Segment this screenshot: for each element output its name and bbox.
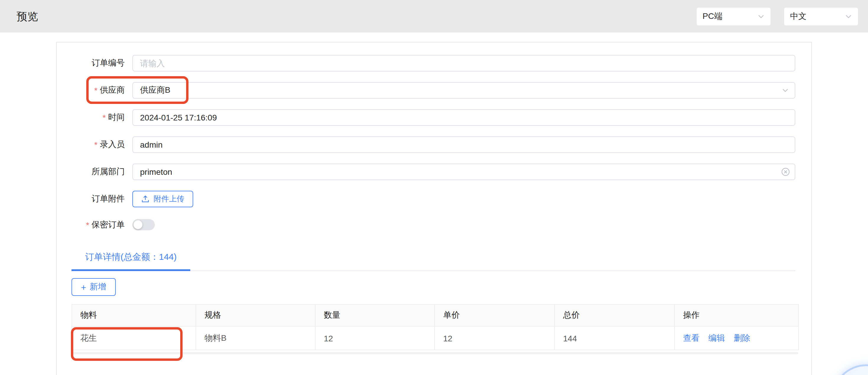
field-label-text: 时间	[108, 112, 125, 123]
main-area: 订单编号 * 供应商 供应商B	[0, 32, 868, 375]
app-viewport: 预览 PC端 中文 订单编号	[0, 0, 868, 375]
confidential-control	[132, 219, 795, 230]
col-header-material: 物料	[72, 304, 196, 326]
add-row-button[interactable]: + 新增	[71, 278, 116, 296]
col-header-total-price: 总价	[555, 304, 675, 326]
form-row-entry-clerk: * 录入员	[71, 136, 795, 153]
field-label-text: 录入员	[100, 139, 125, 150]
switch-knob	[133, 220, 143, 229]
table-row: 花生 物料B 12 12 144 查看 编辑 删除	[72, 326, 799, 350]
confidential-switch[interactable]	[132, 219, 155, 230]
col-header-actions: 操作	[675, 304, 799, 326]
delete-link[interactable]: 删除	[734, 333, 750, 342]
form-card: 订单编号 * 供应商 供应商B	[56, 42, 812, 375]
circle-close-icon[interactable]	[781, 167, 790, 176]
field-label-text: 保密订单	[92, 219, 125, 230]
required-asterisk: *	[86, 220, 89, 230]
required-asterisk: *	[94, 86, 97, 95]
required-asterisk: *	[94, 140, 97, 149]
order-number-input[interactable]	[132, 55, 795, 71]
form-row-attachment: 订单附件 附件上传	[71, 191, 795, 207]
device-select-value: PC端	[703, 11, 722, 22]
upload-icon	[141, 195, 150, 203]
form-row-time: * 时间	[71, 109, 795, 126]
supplier-select[interactable]: 供应商B	[132, 82, 795, 99]
time-control	[132, 109, 795, 126]
department-input[interactable]	[132, 164, 795, 180]
table-horizontal-scrollbar[interactable]	[71, 352, 798, 354]
chevron-down-icon	[757, 13, 765, 20]
col-header-quantity: 数量	[315, 304, 435, 326]
col-header-unit-price: 单价	[435, 304, 555, 326]
cell-spec: 物料B	[196, 326, 315, 350]
cell-actions: 查看 编辑 删除	[675, 326, 799, 350]
department-label: 所属部门	[71, 167, 125, 177]
language-select-value: 中文	[790, 11, 807, 22]
entry-clerk-label: * 录入员	[71, 139, 125, 150]
page-title: 预览	[17, 9, 38, 23]
detail-tabs: 订单详情(总金额：144)	[71, 250, 795, 271]
tab-order-details[interactable]: 订单详情(总金额：144)	[71, 250, 190, 271]
cell-material: 花生	[72, 326, 196, 350]
cell-unit-price: 12	[435, 326, 555, 350]
attachment-upload-button[interactable]: 附件上传	[132, 191, 193, 207]
required-asterisk: *	[102, 113, 106, 122]
time-label: * 时间	[71, 112, 125, 123]
time-input[interactable]	[132, 109, 795, 126]
confidential-label: * 保密订单	[71, 219, 125, 230]
view-link[interactable]: 查看	[683, 333, 700, 342]
header-selects: PC端 中文	[696, 7, 858, 25]
field-label-text: 订单编号	[92, 58, 125, 69]
field-label-text: 订单附件	[92, 194, 125, 204]
table-header-row: 物料 规格 数量 单价 总价 操作	[72, 304, 799, 326]
edit-link[interactable]: 编辑	[709, 333, 725, 342]
entry-clerk-input[interactable]	[132, 136, 795, 153]
form-row-department: 所属部门	[71, 164, 795, 180]
attachment-control: 附件上传	[132, 191, 795, 207]
cell-quantity: 12	[315, 326, 435, 350]
chevron-down-icon	[845, 13, 852, 20]
add-button-label: 新增	[90, 282, 106, 292]
header-bar: 预览 PC端 中文	[0, 0, 868, 32]
form-row-supplier: * 供应商 供应商B	[71, 82, 795, 99]
plus-icon: +	[81, 282, 86, 292]
order-number-label: 订单编号	[71, 58, 125, 69]
order-number-control	[132, 55, 795, 71]
language-select[interactable]: 中文	[784, 7, 858, 25]
chevron-down-icon	[782, 87, 789, 94]
supplier-select-value: 供应商B	[140, 85, 170, 96]
supplier-label: * 供应商	[71, 85, 125, 96]
entry-clerk-control	[132, 136, 795, 153]
tab-label: 订单详情(总金额：144)	[85, 251, 177, 262]
cell-total-price: 144	[555, 326, 675, 350]
device-select[interactable]: PC端	[696, 7, 771, 25]
form-row-confidential: * 保密订单	[71, 219, 795, 230]
order-detail-table: 物料 规格 数量 单价 总价 操作 花生 物料B 12 12 144	[71, 304, 799, 350]
floating-assistant-button[interactable]	[832, 364, 868, 375]
form-row-order-number: 订单编号	[71, 55, 795, 71]
upload-button-label: 附件上传	[154, 194, 184, 204]
col-header-spec: 规格	[196, 304, 315, 326]
attachment-label: 订单附件	[71, 194, 125, 204]
field-label-text: 所属部门	[92, 167, 125, 177]
supplier-control: 供应商B	[132, 82, 795, 99]
department-control	[132, 164, 795, 180]
field-label-text: 供应商	[100, 85, 125, 96]
